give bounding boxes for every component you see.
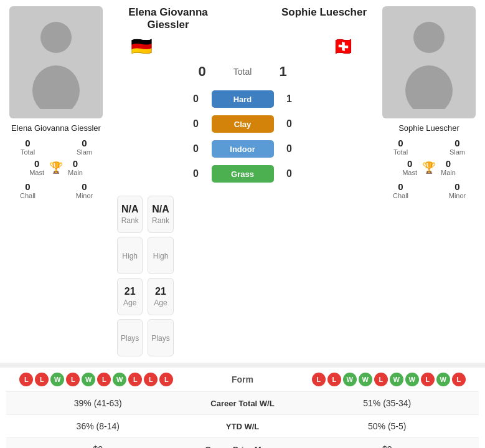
hard-score-left: 0 bbox=[181, 93, 212, 105]
player2-avatar bbox=[382, 6, 476, 118]
form-badge-w: W bbox=[359, 373, 372, 386]
clay-button: Clay bbox=[212, 115, 274, 133]
center-column: Elena Giovanna Giessler Sophie Luescher … bbox=[112, 0, 373, 363]
player1-trophy-row: 0 Mast 🏆 0 Main bbox=[3, 158, 109, 176]
ytd-wl-row: 36% (8-14) YTD W/L 50% (5-5) bbox=[6, 415, 479, 438]
player2-card: Sophie Luescher 0 Total 0 Slam 0 Mast 🏆 … bbox=[373, 0, 485, 363]
prize-money-left: $0 bbox=[16, 444, 181, 448]
prize-money-label: Career Prize Money bbox=[181, 445, 305, 449]
form-badge-w: W bbox=[113, 373, 126, 386]
form-badge-w: W bbox=[436, 373, 450, 386]
clay-score-right: 0 bbox=[274, 118, 305, 130]
player2-age-box: 21 Age bbox=[148, 278, 173, 315]
prize-money-row: $0 Career Prize Money $0 bbox=[6, 438, 479, 448]
indoor-button: Indoor bbox=[212, 140, 274, 158]
indoor-score-right: 0 bbox=[274, 143, 305, 155]
player2-bottom-stats: 0 Chall 0 Minor bbox=[376, 181, 482, 199]
form-badge-w: W bbox=[343, 373, 357, 386]
prize-money-right: $0 bbox=[305, 444, 470, 448]
trophy-icon-right: 🏆 bbox=[422, 161, 436, 174]
grass-row: 0 Grass 0 bbox=[112, 165, 373, 183]
player2-chall: 0 Chall bbox=[376, 181, 425, 199]
player2-total: 0 Total bbox=[376, 138, 425, 156]
player1-header-name: Elena Giovanna Giessler bbox=[118, 6, 218, 31]
hard-row: 0 Hard 1 bbox=[112, 90, 373, 108]
player2-mast: 0 Mast bbox=[402, 158, 417, 176]
form-badge-l: L bbox=[452, 373, 466, 386]
form-badge-l: L bbox=[159, 373, 173, 386]
hard-button: Hard bbox=[212, 90, 274, 108]
svg-point-2 bbox=[413, 22, 445, 53]
svg-point-0 bbox=[40, 22, 72, 53]
player2-minor: 0 Minor bbox=[433, 181, 482, 199]
career-total-label: Career Total W/L bbox=[181, 399, 305, 408]
score-left: 0 bbox=[187, 64, 218, 80]
player1-bottom-stats: 0 Chall 0 Minor bbox=[3, 181, 109, 199]
form-badge-l: L bbox=[144, 373, 158, 386]
clay-row: 0 Clay 0 bbox=[112, 115, 373, 133]
player1-form: LLWLWLWLLL bbox=[12, 373, 181, 386]
ytd-wl-right: 50% (5-5) bbox=[305, 421, 470, 431]
grass-score-left: 0 bbox=[181, 168, 212, 179]
career-total-left: 39% (41-63) bbox=[16, 398, 181, 408]
player2-name: Sophie Luescher bbox=[398, 123, 459, 133]
mid-stat-boxes: N/A Rank High 21 Age Plays N/A Rank bbox=[112, 196, 373, 356]
player2-high-box: High bbox=[148, 237, 173, 274]
form-row: LLWLWLWLLL Form LLWWLWWLWL bbox=[6, 368, 479, 392]
form-badge-l: L bbox=[374, 373, 388, 386]
total-score-row: 0 Total 1 bbox=[112, 64, 373, 80]
player1-mast: 0 Mast bbox=[29, 158, 44, 176]
form-badge-w: W bbox=[50, 373, 64, 386]
player1-total: 0 Total bbox=[3, 138, 52, 156]
player2-stats: 0 Total 0 Slam bbox=[376, 138, 482, 156]
form-badge-l: L bbox=[327, 373, 341, 386]
form-badge-w: W bbox=[82, 373, 95, 386]
court-section: 0 Hard 1 0 Clay 0 0 Indoor 0 bbox=[112, 88, 373, 184]
grass-button: Grass bbox=[212, 165, 274, 183]
form-badge-l: L bbox=[97, 373, 111, 386]
player2-form: LLWWLWWLWL bbox=[305, 373, 473, 386]
career-total-row: 39% (41-63) Career Total W/L 51% (35-34) bbox=[6, 392, 479, 415]
stats-table: LLWLWLWLLL Form LLWWLWWLWL 39% (41-63) C… bbox=[6, 368, 479, 448]
grass-score-right: 0 bbox=[274, 168, 305, 179]
trophy-icon: 🏆 bbox=[49, 161, 63, 174]
hard-score-right: 1 bbox=[274, 93, 305, 105]
clay-score-left: 0 bbox=[181, 118, 212, 130]
player1-minor: 0 Minor bbox=[60, 181, 109, 199]
svg-point-3 bbox=[405, 65, 453, 109]
player1-rank-box: N/A Rank bbox=[117, 196, 143, 233]
form-badge-l: L bbox=[421, 373, 435, 386]
player1-card: Elena Giovanna Giessler 0 Total 0 Slam 0… bbox=[0, 0, 112, 363]
form-badge-l: L bbox=[128, 373, 142, 386]
player1-main: 0 Main bbox=[68, 158, 83, 176]
player1-avatar bbox=[9, 6, 103, 118]
indoor-row: 0 Indoor 0 bbox=[112, 140, 373, 158]
player2-slam: 0 Slam bbox=[433, 138, 482, 156]
player2-flag: 🇨🇭 bbox=[332, 36, 354, 57]
top-section: Elena Giovanna Giessler 0 Total 0 Slam 0… bbox=[0, 0, 485, 363]
player1-stats: 0 Total 0 Slam bbox=[3, 138, 109, 156]
form-badge-w: W bbox=[390, 373, 403, 386]
ytd-wl-left: 36% (8-14) bbox=[16, 421, 181, 431]
player1-chall: 0 Chall bbox=[3, 181, 52, 199]
form-badge-l: L bbox=[312, 373, 326, 386]
player2-rank-box: N/A Rank bbox=[148, 196, 173, 233]
player2-header-name: Sophie Luescher bbox=[281, 6, 367, 19]
form-label: Form bbox=[181, 374, 305, 384]
player1-flag: 🇩🇪 bbox=[131, 36, 153, 57]
ytd-wl-label: YTD W/L bbox=[181, 422, 305, 431]
player1-high-box: High bbox=[117, 237, 143, 274]
player1-plays-box: Plays bbox=[117, 319, 143, 356]
form-badge-w: W bbox=[405, 373, 419, 386]
indoor-score-left: 0 bbox=[181, 143, 212, 155]
svg-point-1 bbox=[32, 65, 80, 109]
career-total-right: 51% (35-34) bbox=[305, 398, 470, 408]
player1-age-box: 21 Age bbox=[117, 278, 143, 315]
player2-plays-box: Plays bbox=[148, 319, 173, 356]
player1-slam: 0 Slam bbox=[60, 138, 109, 156]
player2-trophy-row: 0 Mast 🏆 0 Main bbox=[376, 158, 482, 176]
form-badge-l: L bbox=[66, 373, 80, 386]
bottom-section: LLWLWLWLLL Form LLWWLWWLWL 39% (41-63) C… bbox=[0, 368, 485, 448]
player1-name: Elena Giovanna Giessler bbox=[11, 123, 101, 133]
score-right: 1 bbox=[268, 64, 299, 80]
